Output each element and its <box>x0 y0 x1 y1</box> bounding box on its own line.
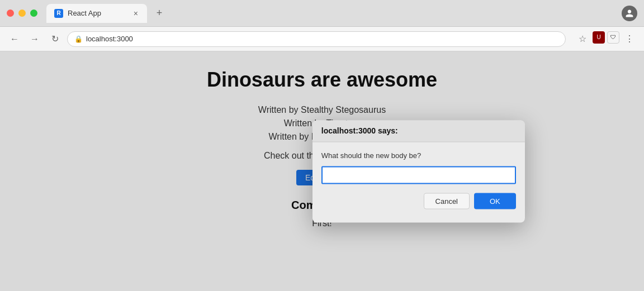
dialog-message: What should the new body be? <box>321 151 516 159</box>
close-window-button[interactable] <box>7 9 14 17</box>
profile-icon[interactable] <box>622 6 637 21</box>
page-content: Dinosaurs are awesome Written by Stealth… <box>0 51 644 291</box>
tab-title: React App <box>68 9 128 17</box>
lock-icon: 🔒 <box>74 35 83 43</box>
forward-button[interactable]: → <box>27 31 42 47</box>
tab-favicon-icon: R <box>54 9 63 18</box>
tab-bar: R React App × + <box>46 4 622 23</box>
dialog-header: localhost:3000 says: <box>312 120 525 142</box>
dialog-buttons: Cancel OK <box>321 193 516 213</box>
back-button[interactable]: ← <box>7 31 22 47</box>
window-controls <box>7 9 37 17</box>
tab-close-button[interactable]: × <box>132 9 139 17</box>
reload-button[interactable]: ↻ <box>47 31 63 47</box>
ok-button[interactable]: OK <box>474 193 516 209</box>
navigation-bar: ← → ↻ 🔒 localhost:3000 ☆ U 🛡 ⋮ <box>0 27 644 51</box>
cancel-button[interactable]: Cancel <box>424 193 470 209</box>
dialog-body: What should the new body be? Cancel OK <box>312 142 525 222</box>
browser-window: R React App × + ← → ↻ 🔒 localhost:3000 <box>0 0 644 291</box>
address-text: localhost:3000 <box>86 35 558 43</box>
nav-actions: ☆ U 🛡 ⋮ <box>575 31 637 47</box>
bookmark-button[interactable]: ☆ <box>575 31 590 47</box>
extension-button-2[interactable]: 🛡 <box>607 31 619 44</box>
minimize-window-button[interactable] <box>18 9 26 17</box>
shield-extension-button[interactable]: U <box>593 31 605 44</box>
menu-button[interactable]: ⋮ <box>622 31 637 47</box>
prompt-dialog: localhost:3000 says: What should the new… <box>312 120 525 222</box>
new-tab-button[interactable]: + <box>151 6 167 21</box>
dialog-origin: localhost:3000 says: <box>321 126 516 135</box>
title-bar: R React App × + <box>0 0 644 27</box>
dialog-input[interactable] <box>321 166 516 184</box>
maximize-window-button[interactable] <box>30 9 37 17</box>
address-bar[interactable]: 🔒 localhost:3000 <box>67 31 566 47</box>
browser-tab[interactable]: R React App × <box>46 4 147 23</box>
